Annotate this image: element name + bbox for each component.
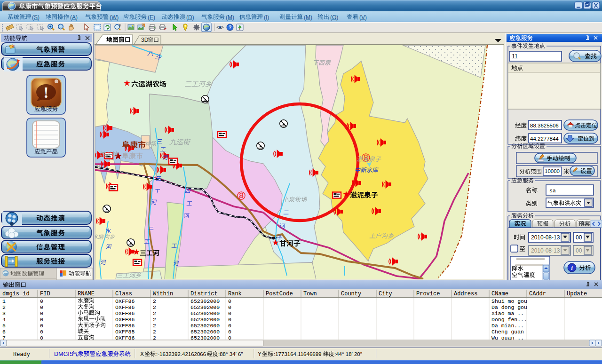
svg-text:5: 5 [2,323,6,329]
svg-text:(W): (W) [110,14,119,21]
svg-text:District: District [190,291,218,297]
svg-text:OXFF86: OXFF86 [115,298,135,304]
svg-text:(D): (D) [186,14,194,21]
svg-text:(S): (S) [32,14,40,21]
svg-text:(V): (V) [359,14,367,21]
svg-text:i: i [571,264,573,271]
svg-text:652302000: 652302000 [190,304,220,310]
svg-text:0: 0 [40,323,43,329]
svg-text:2: 2 [2,304,6,310]
svg-text:Within: Within [153,291,173,297]
svg-text:?: ? [229,24,232,30]
svg-text:(M): (M) [304,14,312,21]
svg-text:(O): (O) [330,14,338,21]
svg-text:(A): (A) [70,14,78,21]
svg-text:00: 00 [576,247,582,254]
svg-text::-1632392.42162066: :-1632392.42162066 [156,351,206,357]
svg-text:Xiao ma ..: Xiao ma .. [491,310,524,317]
svg-text:(I): (I) [264,14,269,21]
svg-text:2: 2 [153,310,156,317]
svg-text:3: 3 [2,310,6,317]
svg-text:City: City [379,291,392,297]
svg-text:652302000: 652302000 [190,310,220,317]
svg-text::1773164.11646699: :1773164.11646699 [274,351,321,357]
svg-text:0: 0 [228,323,231,329]
svg-text:CName: CName [491,291,508,297]
svg-text:Provice: Provice [416,291,440,297]
svg-text:Y: Y [258,351,261,357]
svg-text:652302000: 652302000 [190,329,220,335]
svg-text:OXFF86: OXFF86 [115,323,135,329]
svg-text:4: 4 [2,317,6,323]
svg-text:3D: 3D [141,37,149,43]
svg-text:(M): (M) [226,14,234,21]
svg-text:Cheng guan: Cheng guan [491,329,524,335]
svg-text:652302000: 652302000 [190,298,220,304]
svg-text:0: 0 [228,310,231,317]
svg-text:sa: sa [549,188,556,194]
svg-text:OXFF86: OXFF86 [115,304,135,310]
svg-text:DMGIS: DMGIS [54,351,73,357]
svg-text:88.3625506: 88.3625506 [530,123,559,128]
svg-text:652302000: 652302000 [190,323,220,329]
svg-text:44.2277844: 44.2277844 [530,136,559,142]
svg-text:RNAME: RNAME [78,291,95,297]
svg-text:OXFF86: OXFF86 [115,310,135,317]
svg-text:0: 0 [228,317,231,323]
svg-text:Da dong gou: Da dong gou [491,304,527,310]
svg-text:-: - [60,24,62,29]
svg-text:0: 0 [228,298,231,304]
svg-text:0: 0 [40,329,43,335]
svg-text:0: 0 [40,317,43,323]
svg-text:00: 00 [576,234,582,241]
svg-text:0: 0 [228,304,231,310]
svg-text:OXFF85: OXFF85 [115,329,135,335]
svg-text:OXFF86: OXFF86 [115,317,135,323]
svg-text:1: 1 [2,298,6,304]
svg-text:dmgis_id: dmgis_id [2,291,30,297]
svg-text:10000: 10000 [545,168,560,174]
svg-text:652302000: 652302000 [190,317,220,323]
svg-text:Address: Address [454,291,477,297]
svg-text:0: 0 [40,304,43,310]
svg-text:FID: FID [40,291,50,297]
svg-text:2: 2 [153,298,156,304]
svg-text:2: 2 [153,304,156,310]
svg-text:11: 11 [512,53,518,60]
svg-text:Dong fen...: Dong fen... [491,317,527,323]
svg-text:0: 0 [40,310,43,317]
svg-text:!: ! [43,84,48,101]
svg-text:2010-08-13: 2010-08-13 [531,247,560,254]
svg-text:Class: Class [115,291,132,297]
svg-text:0: 0 [40,298,43,304]
svg-text:2: 2 [153,323,156,329]
svg-text:X: X [140,351,144,357]
svg-text::44° 18′ 20″: :44° 18′ 20″ [334,351,362,357]
svg-text:2: 2 [153,329,156,335]
svg-text:Da mian...: Da mian... [491,323,524,329]
svg-text:(E): (E) [148,14,155,21]
svg-text:0: 0 [228,329,231,335]
svg-text::88° 34′ 6″: :88° 34′ 6″ [218,351,243,357]
svg-text:Shui mo gou: Shui mo gou [491,298,527,304]
svg-text:PostCode: PostCode [266,291,293,297]
svg-text:Town: Town [303,291,317,297]
svg-text:2010-08-13: 2010-08-13 [531,234,560,241]
svg-text:County: County [341,291,361,297]
svg-text:2: 2 [153,317,156,323]
svg-text:Update: Update [567,291,587,297]
svg-text:6: 6 [2,329,6,335]
svg-text:Ready: Ready [13,351,30,358]
svg-text:Rank: Rank [228,291,242,297]
svg-text:CAddr: CAddr [529,291,546,297]
svg-text:+: + [49,24,51,29]
